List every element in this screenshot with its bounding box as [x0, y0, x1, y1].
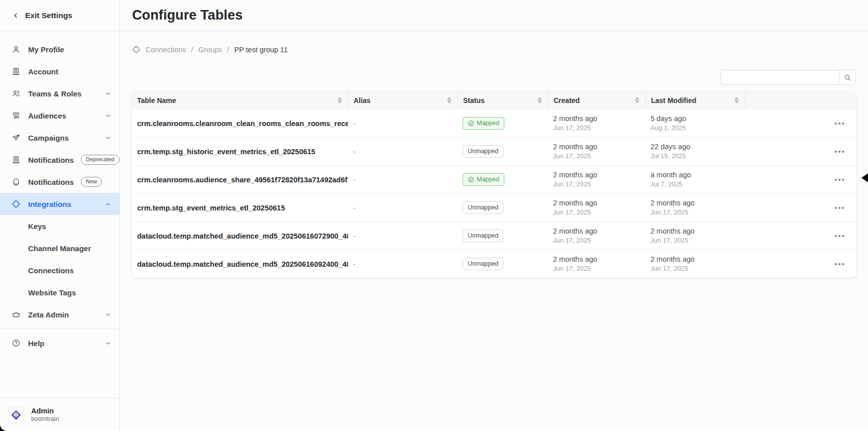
window-corner	[0, 424, 7, 431]
created-cell: 2 months agoJun 17, 2025	[548, 170, 645, 189]
sidebar-item-campaigns[interactable]: Campaigns	[0, 127, 120, 149]
check-circle-icon	[468, 176, 474, 183]
status-badge: Mapped	[463, 173, 504, 186]
breadcrumb-groups-link[interactable]: Groups	[198, 46, 223, 54]
sidebar-nav: My Profile Account Teams & Roles	[0, 31, 120, 398]
sidebar-item-teams-roles[interactable]: Teams & Roles	[0, 82, 120, 104]
status-badge: Unmapped	[463, 230, 503, 242]
table-row: crm.temp.stg_historic_event_metrics_etl_…	[132, 137, 856, 165]
user-name: Admin	[31, 406, 59, 415]
check-circle-icon	[468, 120, 474, 127]
modified-cell: 5 days agoAug 1, 2025	[645, 114, 745, 133]
building-icon	[11, 155, 21, 165]
column-header-table-name[interactable]: Table Name	[132, 91, 348, 109]
sort-icon[interactable]	[734, 97, 739, 103]
row-actions-menu-icon[interactable]: •••	[834, 175, 845, 184]
modified-cell: a month agoJul 7, 2025	[645, 170, 745, 189]
table-name-cell: crm.temp.stg_event_metrics_etl_20250615	[132, 204, 348, 212]
sort-icon[interactable]	[338, 97, 342, 103]
sort-icon[interactable]	[537, 97, 542, 103]
sidebar-item-website-tags[interactable]: Website Tags	[0, 281, 120, 303]
search-icon[interactable]	[839, 70, 855, 84]
puzzle-icon	[11, 199, 21, 209]
modified-cell: 2 months agoJun 17, 2025	[645, 198, 745, 217]
search-input[interactable]	[721, 70, 839, 84]
sidebar-item-my-profile[interactable]: My Profile	[0, 38, 120, 60]
table-name-cell: crm.cleanrooms.cleanroom_clean_rooms_cle…	[132, 120, 348, 128]
row-actions-menu-icon[interactable]: •••	[834, 232, 845, 240]
question-circle-icon	[11, 338, 21, 348]
user-menu[interactable]: Admin boomtrain	[0, 398, 120, 431]
app-window: Exit Settings My Profile Account Teams &	[0, 0, 868, 431]
status-badge: Unmapped	[463, 258, 503, 270]
chevron-down-icon	[105, 340, 112, 347]
table-name-cell: datacloud.temp.matched_audience_md5_2025…	[132, 232, 348, 240]
paper-plane-icon	[11, 133, 21, 143]
sidebar-item-label: Teams & Roles	[28, 89, 81, 98]
user-icon	[11, 44, 21, 54]
column-header-created[interactable]: Created	[548, 91, 645, 109]
created-cell: 2 months agoJun 17, 2025	[548, 142, 645, 161]
sidebar-item-label: Help	[28, 339, 45, 348]
page-title: Configure Tables	[132, 8, 243, 23]
status-badge: Unmapped	[463, 145, 503, 158]
column-header-last-modified[interactable]: Last Modified	[645, 91, 745, 109]
breadcrumb-connections-link[interactable]: Connections	[146, 46, 186, 54]
chevron-up-icon	[105, 201, 112, 207]
sidebar-item-account[interactable]: Account	[0, 60, 120, 82]
chevron-down-icon	[105, 311, 112, 318]
circles-icon	[11, 111, 21, 121]
deprecated-badge: Deprecated	[81, 155, 120, 164]
chevron-down-icon	[105, 90, 112, 97]
table-row: datacloud.temp.matched_audience_md5_2025…	[132, 222, 856, 250]
column-header-status[interactable]: Status	[458, 91, 548, 109]
sidebar-item-keys[interactable]: Keys	[0, 215, 120, 237]
created-cell: 2 months agoJun 17, 2025	[548, 255, 645, 273]
table-name-cell: crm.temp.stg_historic_event_metrics_etl_…	[132, 148, 348, 156]
table-row: crm.cleanrooms.audience_share_49561f7282…	[132, 165, 856, 193]
breadcrumb-separator: /	[191, 46, 193, 54]
building-icon	[11, 66, 21, 76]
settings-sidebar: Exit Settings My Profile Account Teams &	[0, 0, 120, 431]
alias-cell: -	[348, 120, 458, 128]
breadcrumb-separator: /	[227, 46, 229, 54]
table-search	[720, 70, 856, 85]
sidebar-item-channel-manager[interactable]: Channel Manager	[0, 237, 120, 259]
puzzle-icon	[132, 45, 141, 54]
sidebar-item-connections[interactable]: Connections	[0, 259, 120, 281]
sidebar-item-label: Connections	[28, 266, 74, 275]
table-header-row: Table Name Alias Status Created	[132, 91, 856, 109]
modified-cell: 2 months agoJun 17, 2025	[645, 255, 745, 273]
alias-cell: -	[348, 204, 458, 212]
sidebar-item-label: Notifications	[28, 178, 74, 186]
sidebar-item-help[interactable]: Help	[0, 332, 120, 354]
column-header-actions	[745, 91, 856, 109]
modified-cell: 2 months agoJun 17, 2025	[645, 227, 745, 245]
row-actions-menu-icon[interactable]: •••	[834, 203, 845, 212]
exit-settings-button[interactable]: Exit Settings	[0, 0, 120, 31]
row-actions-menu-icon[interactable]: •••	[834, 147, 845, 156]
sidebar-item-integrations[interactable]: Integrations	[0, 193, 120, 215]
created-cell: 2 months agoJun 17, 2025	[548, 227, 645, 245]
chevron-left-icon	[12, 12, 19, 19]
column-header-alias[interactable]: Alias	[348, 91, 458, 109]
row-actions-menu-icon[interactable]: •••	[834, 260, 845, 268]
sort-icon[interactable]	[635, 97, 639, 103]
sidebar-item-label: Channel Manager	[28, 244, 91, 253]
sidebar-item-audiences[interactable]: Audiences	[0, 104, 120, 127]
sidebar-item-label: Audiences	[28, 112, 66, 120]
row-actions-menu-icon[interactable]: •••	[834, 119, 845, 128]
sidebar-item-zeta-admin[interactable]: Zeta Admin	[0, 303, 120, 326]
sidebar-item-label: Integrations	[28, 200, 71, 208]
sidebar-item-label: Campaigns	[28, 134, 69, 142]
alias-cell: -	[348, 232, 458, 240]
exit-settings-label: Exit Settings	[25, 11, 72, 20]
sort-icon[interactable]	[447, 97, 452, 103]
table-row: crm.temp.stg_event_metrics_etl_20250615 …	[132, 193, 856, 222]
crown-icon	[11, 309, 21, 319]
sidebar-divider	[0, 329, 120, 329]
sidebar-item-notifications-new[interactable]: Notifications New	[0, 171, 120, 193]
table-row: datacloud.temp.matched_audience_md5_2025…	[132, 250, 856, 278]
bell-icon	[11, 177, 21, 187]
sidebar-item-notifications-deprecated[interactable]: Notifications Deprecated	[0, 149, 120, 171]
